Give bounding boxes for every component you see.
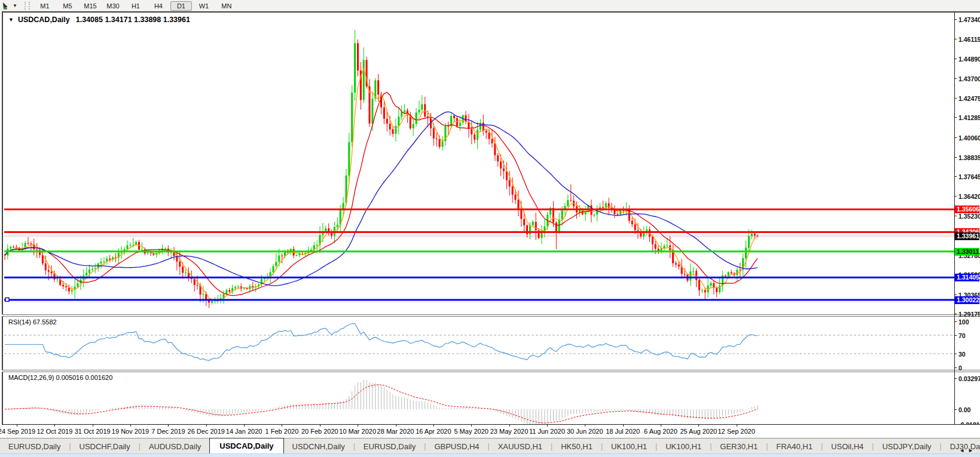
symbol-tab-eurusd-daily[interactable]: EURUSD,Daily	[355, 439, 424, 454]
date-tick-mark	[320, 425, 320, 427]
date-tick-label: 18 Jul 2020	[606, 428, 640, 435]
rsi-tick-mark	[954, 335, 957, 336]
date-tick-mark	[93, 425, 93, 427]
date-tick-label: 14 Jan 2020	[226, 428, 262, 435]
symbol-tab-audusd-daily[interactable]: AUDUSD,Daily	[141, 439, 209, 454]
date-tick-label: 26 Dec 2019	[188, 428, 225, 435]
price-tick-mark	[954, 78, 957, 79]
date-tick-mark	[130, 425, 131, 427]
rsi-panel-canvas[interactable]	[4, 317, 954, 370]
price-tick-label: 1.40060	[958, 134, 980, 142]
date-tick-label: 31 Oct 2019	[75, 428, 111, 435]
symbol-tab-eurusd-daily[interactable]: EURUSD,Daily	[0, 439, 69, 454]
date-tick-mark	[54, 425, 55, 427]
rsi-tick-label: 100	[958, 318, 969, 326]
price-tick-label: 1.29175	[958, 311, 980, 318]
price-tick-mark	[954, 137, 957, 138]
symbol-tab-fra40-h1[interactable]: FRA40,H1	[768, 439, 821, 454]
date-tick-label: 23 May 2020	[490, 428, 529, 435]
time-axis[interactable]: 24 Sep 201912 Oct 201931 Oct 201919 Nov …	[2, 424, 980, 438]
tab-scroll-left-icon[interactable]: ◄	[959, 447, 968, 453]
price-tick-mark	[954, 39, 957, 39]
symbol-tab-hk50-h1[interactable]: HK50,H1	[552, 439, 601, 454]
date-tick-mark	[206, 425, 207, 427]
date-tick-mark	[471, 425, 472, 427]
macd-tick-label: 0.032972	[958, 375, 980, 382]
date-tick-label: 30 Jun 2020	[567, 428, 603, 435]
timeframe-button-d1[interactable]: D1	[170, 1, 192, 11]
date-tick-label: 5 May 2020	[454, 428, 488, 435]
macd-tick-label: 0.00	[958, 406, 970, 413]
price-tick-mark	[954, 176, 957, 177]
tab-scroll-right-icon[interactable]: ►	[968, 447, 977, 453]
timeframe-button-m5[interactable]: M5	[57, 1, 78, 11]
chart-title: ▼USDCAD,Daily1.34085 1.34171 1.33898 1.3…	[8, 16, 190, 24]
symbol-tab-ger30-h1[interactable]: GER30,H1	[712, 439, 766, 454]
price-tick-label: 1.36420	[958, 193, 980, 200]
price-tick-mark	[954, 295, 957, 295]
rsi-label: RSI(14) 67.5582	[8, 318, 57, 326]
symbol-tab-usdchf-daily[interactable]: USDCHF,Daily	[71, 439, 139, 454]
symbol-tab-xauusd-h1[interactable]: XAUUSD,H1	[490, 439, 551, 454]
price-tick-mark	[954, 19, 957, 20]
timeframe-button-h1[interactable]: H1	[125, 1, 146, 11]
symbol-tab-gbpusd-h4[interactable]: GBPUSD,H4	[426, 439, 487, 454]
price-tick-label: 1.38835	[958, 154, 980, 161]
status-strip	[0, 453, 980, 457]
price-tick-label: 1.44890	[958, 56, 980, 63]
date-tick-mark	[737, 425, 737, 427]
symbol-tab-usdcnh-daily[interactable]: USDCNH,Daily	[284, 439, 353, 454]
price-tick-label: 1.41285	[958, 114, 980, 121]
date-tick-label: 10 Mar 2020	[339, 428, 376, 435]
price-tick-mark	[954, 314, 957, 314]
cursor-draw-icon	[2, 2, 11, 10]
date-tick-label: 28 Mar 2020	[377, 428, 414, 435]
tab-nav-arrows: ◄►	[959, 447, 977, 453]
symbol-tab-usdcad-daily[interactable]: USDCAD,Daily	[209, 438, 283, 454]
date-tick-mark	[244, 425, 245, 427]
symbol-tab-uk100-h1[interactable]: UK100,H1	[603, 439, 655, 454]
price-axis[interactable]: 1.473401.461151.448901.437001.424751.412…	[954, 11, 980, 438]
timeframe-button-w1[interactable]: W1	[193, 1, 215, 11]
price-tick-label: 1.46115	[958, 36, 980, 43]
price-tick-mark	[954, 157, 957, 158]
dropdown-arrow-icon[interactable]: ▼	[13, 3, 17, 8]
rsi-tick-label: 70	[958, 332, 966, 339]
timeframe-button-h4[interactable]: H4	[148, 1, 169, 11]
date-tick-label: 11 Jun 2020	[529, 428, 565, 435]
date-tick-label: 19 Nov 2019	[112, 428, 149, 435]
symbol-tab-uk100-h1[interactable]: UK100,H1	[657, 439, 710, 454]
date-tick-mark	[168, 425, 169, 427]
date-tick-label: 24 Sep 2019	[0, 428, 35, 435]
date-tick-label: 12 Sep 2020	[718, 428, 755, 435]
date-tick-mark	[698, 425, 699, 427]
cursor-tool-button[interactable]: ▼	[0, 0, 20, 11]
price-tick-mark	[954, 117, 957, 118]
date-tick-label: 16 Apr 2020	[416, 428, 451, 435]
price-tick-mark	[954, 216, 957, 216]
date-tick-label: 1 Feb 2020	[265, 428, 299, 435]
macd-tick-mark	[954, 409, 957, 410]
top-toolbar: ▼ M1M5M15M30H1H4D1W1MN	[0, 0, 980, 12]
macd-label: MACD(12,26,9) 0.005016 0.001620	[8, 374, 112, 381]
chart-window: ▼USDCAD,Daily1.34085 1.34171 1.33898 1.3…	[0, 11, 980, 438]
date-tick-mark	[17, 425, 17, 427]
date-tick-label: 25 Aug 2020	[680, 428, 717, 435]
timeframe-button-mn[interactable]: MN	[216, 1, 237, 11]
hline-price-badge: 1.33011	[955, 248, 979, 256]
timeframe-button-m15[interactable]: M15	[80, 1, 101, 11]
macd-panel-canvas[interactable]	[4, 372, 954, 424]
symbol-tab-strip: EURUSD,Daily|USDCHF,Daily|AUDUSD,DailyUS…	[0, 438, 980, 454]
symbol-tab-usoil-h4[interactable]: USOil,H4	[823, 439, 872, 454]
date-tick-label: 12 Oct 2019	[36, 428, 72, 435]
current-price-badge: 1.33961	[955, 232, 979, 240]
timeframe-button-m1[interactable]: M1	[34, 1, 56, 11]
symbol-tab-usdjpy-daily[interactable]: USDJPY,Daily	[874, 439, 939, 454]
trading-terminal: ▼ M1M5M15M30H1H4D1W1MN ▼USDCAD,Daily1.34…	[0, 0, 980, 457]
date-tick-mark	[585, 425, 585, 427]
collapse-triangle-icon[interactable]: ▼	[8, 17, 14, 23]
main-chart-canvas[interactable]	[4, 12, 954, 314]
rsi-tick-label: 0	[958, 364, 962, 372]
hline-price-badge: 1.35606	[955, 206, 979, 213]
timeframe-button-m30[interactable]: M30	[102, 1, 124, 11]
